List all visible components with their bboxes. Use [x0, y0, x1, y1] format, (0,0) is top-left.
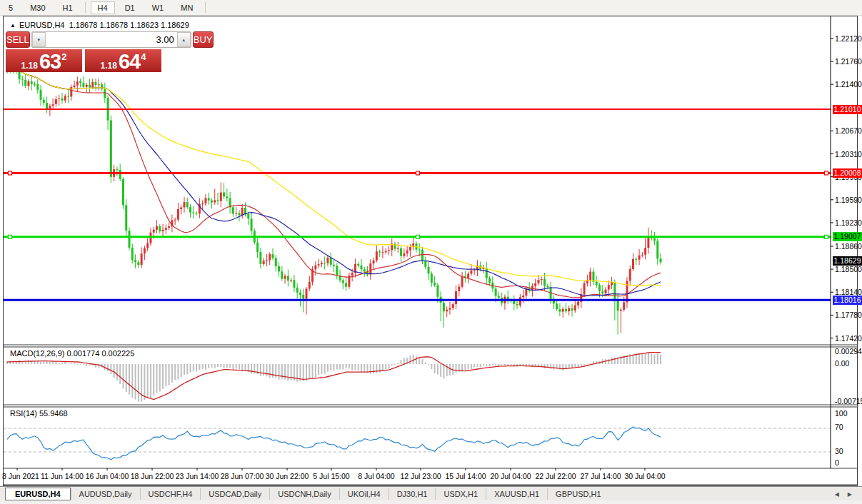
mt4-window: 5M30H1H4D1W1MN ▲EURUSD,H4 1.18678 1.1867… — [0, 0, 862, 504]
time-label: 15 Jul 14:00 — [445, 472, 486, 480]
chart-tab-dj30-h1[interactable]: DJ30,H1 — [389, 488, 436, 500]
sell-price-big-figure: 1.18 — [21, 61, 38, 71]
buy-button[interactable]: BUY — [193, 31, 214, 48]
time-label: 18 Jun 22:00 — [131, 472, 174, 480]
time-label: 28 Jun 07:00 — [221, 472, 264, 480]
chart-tab-usdchf-h4[interactable]: USDCHF,H4 — [140, 488, 201, 500]
price-tick-label: 1.22120 — [835, 34, 862, 43]
chart-ohlc-header: ▲EURUSD,H4 1.18678 1.18678 1.18623 1.186… — [10, 21, 189, 29]
chart-tab-audusd-daily[interactable]: AUDUSD,Daily — [71, 488, 140, 500]
chart-tab-usdx-h1[interactable]: USDX,H1 — [435, 488, 486, 500]
price-tick-label: 1.18860 — [835, 242, 862, 251]
rsi-label: RSI(14) 55.9468 — [10, 409, 68, 418]
indicator-axis-label: 0.002947 — [835, 347, 862, 356]
sell-quote[interactable]: 1.18 63 2 — [6, 49, 82, 72]
timeframe-button-M30[interactable]: M30 — [23, 1, 52, 14]
one-click-trade-panel: SELL ▼ ▲ BUY 1.18 63 2 1.18 64 4 — [6, 31, 161, 72]
timeframe-button-D1[interactable]: D1 — [118, 1, 142, 14]
indicator-axis-label: 100 — [835, 409, 848, 418]
buy-price-big-figure: 1.18 — [101, 61, 117, 71]
status-strip — [0, 500, 862, 504]
indicator-axis-label: -0.00715 — [835, 397, 862, 405]
sell-price-pipette: 2 — [61, 51, 66, 62]
chart-tab-usdcnh-daily[interactable]: USDCNH,Daily — [269, 488, 339, 500]
chart-tab-usdcad-daily[interactable]: USDCAD,Daily — [200, 488, 269, 500]
price-tick-label: 1.21760 — [835, 57, 862, 66]
timeframe-toolbar: 5M30H1H4D1W1MN — [0, 0, 862, 16]
symbol-label: EURUSD,H4 — [19, 21, 65, 29]
volume-decrease-button[interactable]: ▼ — [32, 32, 46, 47]
chart-tab-ukoil-h4[interactable]: UKOil,H4 — [339, 488, 389, 500]
time-label: 20 Jul 04:00 — [490, 472, 531, 480]
price-tick-label: 1.17780 — [835, 311, 862, 319]
chart-tab-gbpusd-h1[interactable]: GBPUSD,H1 — [547, 488, 609, 500]
chart-tab-xauusd-h1[interactable]: XAUUSD,H1 — [486, 488, 547, 500]
buy-price-pipette: 4 — [141, 51, 146, 62]
timeframe-button-H4[interactable]: H4 — [91, 1, 115, 14]
time-label: 5 Jul 15:00 — [313, 472, 349, 480]
sell-button[interactable]: SELL — [6, 31, 30, 48]
price-level-box-1.18016: 1.18016 — [833, 296, 862, 305]
timeframe-button-MN[interactable]: MN — [174, 1, 200, 14]
timeframe-button-5[interactable]: 5 — [1, 1, 20, 14]
price-level-box-1.20008: 1.20008 — [833, 168, 862, 178]
tab-scroll-left-button[interactable]: ◀ — [835, 491, 839, 498]
indicator-axis-label: 70 — [835, 423, 843, 431]
price-level-box-1.19007: 1.19007 — [833, 232, 862, 241]
price-tick-label: 1.19590 — [835, 196, 862, 204]
time-label: 8 Jul 04:00 — [358, 472, 394, 480]
macd-label: MACD(12,26,9) 0.001774 0.002225 — [10, 349, 134, 358]
timeframe-button-W1[interactable]: W1 — [145, 1, 171, 14]
indicator-axis-label: 30 — [835, 447, 843, 455]
price-tick-label: 1.20670 — [835, 126, 862, 135]
time-label: 8 Jun 2021 — [2, 472, 39, 480]
price-tick-label: 1.21400 — [835, 80, 862, 89]
quote-row: 1.18 63 2 1.18 64 4 — [6, 49, 161, 72]
buy-quote[interactable]: 1.18 64 4 — [85, 49, 161, 72]
time-label: 27 Jul 14:00 — [580, 472, 621, 480]
price-level-box-1.18629: 1.18629 — [833, 256, 862, 266]
price-tick-label: 1.20310 — [835, 150, 862, 158]
chart-tab-eurusd-h4[interactable]: EURUSD,H4 — [5, 488, 71, 500]
price-tick-label: 1.17420 — [835, 334, 862, 343]
time-label: 23 Jun 14:00 — [176, 472, 219, 480]
price-tick-label: 1.18500 — [835, 265, 862, 273]
price-tick-label: 1.19230 — [835, 218, 862, 227]
time-label: 30 Jul 04:00 — [624, 472, 665, 480]
toolbar-separator — [205, 2, 206, 13]
collapse-triangle-icon[interactable]: ▲ — [10, 22, 16, 29]
indicator-axis-label: 0.00 — [835, 359, 849, 368]
price-level-box-1.21010: 1.21010 — [833, 105, 862, 114]
chart-frame — [3, 16, 858, 486]
time-label: 16 Jun 04:00 — [86, 472, 129, 480]
tab-scroll-nav: ◀▶ — [835, 491, 852, 498]
time-label: 22 Jul 22:00 — [535, 472, 576, 480]
toolbar-separator — [85, 2, 86, 13]
sell-price-pips: 63 — [39, 52, 61, 71]
time-label: 11 Jun 14:00 — [41, 472, 84, 480]
volume-increase-button[interactable]: ▲ — [177, 32, 191, 47]
time-label: 12 Jul 23:00 — [400, 472, 441, 480]
volume-input[interactable] — [46, 32, 177, 47]
indicator-axis-label: 0 — [835, 458, 839, 467]
chart-tab-bar: EURUSD,H4AUDUSD,DailyUSDCHF,H4USDCAD,Dai… — [0, 486, 862, 501]
timeframe-button-H1[interactable]: H1 — [56, 1, 80, 14]
time-label: 30 Jun 22:00 — [266, 472, 309, 480]
trade-controls-row: SELL ▼ ▲ BUY — [6, 31, 161, 48]
tab-scroll-right-button[interactable]: ▶ — [848, 491, 852, 498]
volume-spinner: ▼ ▲ — [31, 31, 191, 48]
ohlc-values: 1.18678 1.18678 1.18623 1.18629 — [69, 21, 189, 29]
buy-price-pips: 64 — [119, 52, 140, 71]
